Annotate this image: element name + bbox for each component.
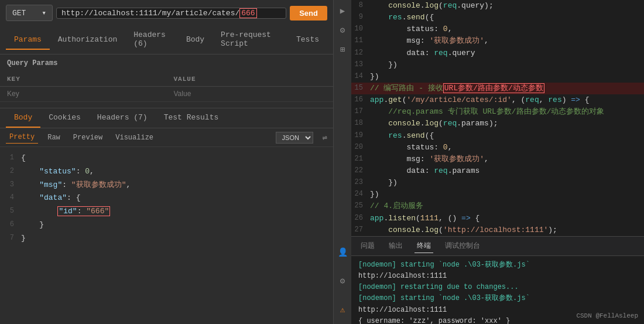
url-id: 666 (239, 8, 256, 18)
code-line-20: 20 status: 0, (351, 142, 644, 154)
code-line-9: 9 res.send({ (351, 12, 644, 23)
body-tab[interactable]: Body (6, 108, 40, 128)
json-line-2: 2 "status": 0, (0, 165, 333, 179)
json-line-5: 5 "id": "666" (0, 205, 333, 219)
code-line-21: 21 msg: '获取参数成功', (351, 154, 644, 165)
code-line-24: 24 }) (351, 189, 644, 200)
editor-sidebar: ▶ ⚙ ⊞ 👤 ⚙ ⚠ (334, 0, 351, 324)
json-body: 1 { 2 "status": 0, 3 "msg": "获取参数成功", 4 … (0, 147, 333, 324)
format-preview[interactable]: Preview (70, 132, 106, 144)
code-line-27: 27 console.log('http://localhost:1111'); (351, 224, 644, 236)
code-line-17: 17 //req.params 专门获取 URL参数/路由参数/动态参数的对象 (351, 106, 644, 118)
method-arrow: ▾ (42, 8, 46, 18)
code-line-18: 18 console.log(req.params); (351, 118, 644, 129)
send-button[interactable]: Send (290, 6, 327, 21)
method-dropdown[interactable]: GET ▾ (6, 5, 53, 21)
term-line-3: [nodemon] restarting due to changes... (358, 282, 637, 293)
key-header: KEY (0, 72, 167, 87)
method-label: GET (12, 9, 26, 18)
tab-params[interactable]: Params (6, 30, 50, 50)
request-tabs: Params Authorization Headers (6) Body Pr… (0, 26, 333, 54)
tab-tests[interactable]: Tests (288, 30, 327, 50)
right-content: 8 console.log(req.query); 9 res.send({ 1… (351, 0, 644, 324)
table-row (0, 87, 333, 102)
value-header: VALUE (167, 72, 334, 87)
url-bar: GET ▾ http://localhost:1111/my/article/c… (0, 0, 333, 26)
run-icon[interactable]: ▶ (340, 6, 345, 16)
format-row: Pretty Raw Preview Visualize JSON ⇌ (0, 128, 333, 147)
wrap-icon[interactable]: ⇌ (323, 132, 327, 142)
term-line-4: [nodemon] starting `node .\03-获取参数.js` (358, 293, 637, 304)
body-tabs-row: Body Cookies Headers (7) Test Results (0, 108, 333, 128)
format-visualize[interactable]: Visualize (112, 132, 157, 144)
tab-output[interactable]: 输出 (386, 239, 405, 253)
user-icon[interactable]: 👤 (338, 247, 348, 257)
key-input[interactable] (7, 90, 160, 98)
grid-icon[interactable]: ⊞ (340, 45, 345, 54)
term-line-2: http://localhost:1111 (358, 271, 637, 282)
tab-headers[interactable]: Headers (6) (125, 26, 178, 54)
url-prefix: http://localhost:1111/my/article/cates/ (57, 9, 239, 18)
code-line-26: 26 app.listen(1111, () => { (351, 213, 644, 224)
code-line-14: 14 }) (351, 71, 644, 83)
settings-icon[interactable]: ⚙ (340, 276, 345, 286)
alert-icon[interactable]: ⚠ (340, 305, 345, 315)
bottom-panel: 问题 输出 终端 调试控制台 [nodemon] starting `node … (351, 236, 644, 324)
code-line-13: 13 }) (351, 59, 644, 71)
value-input[interactable] (174, 90, 327, 98)
code-line-16: 16 app.get('/my/article/cates/:id', (req… (351, 94, 644, 106)
code-editor: 8 console.log(req.query); 9 res.send({ 1… (351, 0, 644, 236)
test-results-tab[interactable]: Test Results (156, 108, 227, 128)
code-line-12: 12 data: req.query (351, 47, 644, 59)
tab-pre-request[interactable]: Pre-request Script (213, 26, 288, 54)
code-line-15: 15 // 编写路由 - 接收URL参数/路由参数/动态参数 (351, 83, 644, 94)
code-line-22: 22 data: req.params (351, 165, 644, 177)
tab-terminal[interactable]: 终端 (415, 239, 433, 253)
code-line-23: 23 }) (351, 177, 644, 189)
term-line-1: [nodemon] starting `node .\03-获取参数.js` (358, 260, 637, 271)
json-line-7: 7 } (0, 232, 333, 245)
json-line-6: 6 } (0, 219, 333, 232)
tab-authorization[interactable]: Authorization (50, 30, 125, 50)
format-pretty[interactable]: Pretty (6, 131, 38, 144)
code-line-25: 25 // 4.启动服务 (351, 200, 644, 212)
json-format-select[interactable]: JSON (276, 132, 313, 144)
right-panel: 8 console.log(req.query); 9 res.send({ 1… (334, 0, 644, 324)
tab-body[interactable]: Body (178, 30, 213, 50)
bottom-tabs: 问题 输出 终端 调试控制台 (351, 237, 644, 256)
code-line-8: 8 console.log(req.query); (351, 0, 644, 12)
code-line-11: 11 msg: '获取参数成功', (351, 35, 644, 47)
cookies-tab[interactable]: Cookies (40, 108, 89, 128)
format-raw[interactable]: Raw (44, 132, 64, 144)
query-params-label: Query Params (0, 54, 333, 72)
gear-icon[interactable]: ⚙ (340, 25, 345, 35)
csdn-watermark: CSDN @FellAsleep (576, 312, 638, 319)
headers-response-tab[interactable]: Headers (7) (89, 108, 156, 128)
code-line-19: 19 res.send({ (351, 130, 644, 142)
json-line-1: 1 { (0, 152, 333, 165)
json-line-4: 4 "data": { (0, 192, 333, 205)
json-line-3: 3 "msg": "获取参数成功", (0, 179, 333, 192)
tab-debug-console[interactable]: 调试控制台 (443, 239, 482, 253)
url-input-container: http://localhost:1111/my/article/cates/6… (56, 8, 286, 19)
params-table: KEY VALUE (0, 72, 333, 102)
code-line-10: 10 status: 0, (351, 23, 644, 35)
left-panel: GET ▾ http://localhost:1111/my/article/c… (0, 0, 334, 324)
tab-problems[interactable]: 问题 (358, 239, 377, 253)
